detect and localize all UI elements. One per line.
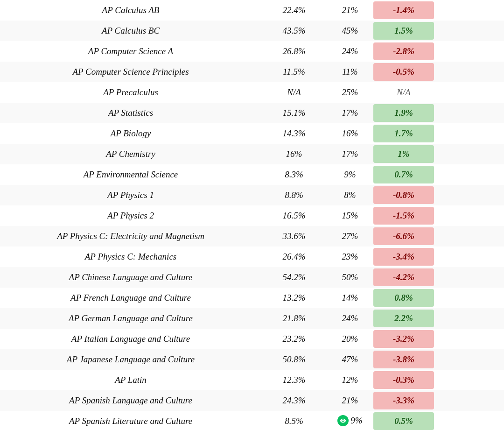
value-1: 26.4% [261,252,327,262]
table-row: AP PrecalculusN/A25%N/A [0,82,504,103]
value-2: 8% [327,190,373,200]
diff-value: -3.4% [373,248,434,266]
value-2: 25% [327,87,373,98]
table-row: AP Spanish Literature and Culture8.5% 9%… [0,411,504,430]
value-1: 16% [261,149,327,159]
value-1: 43.5% [261,26,327,36]
diff-value: 1.5% [373,22,434,40]
table-row: AP Calculus BC43.5%45%1.5% [0,21,504,41]
value-2: 15% [327,211,373,221]
table-row: AP Physics C: Electricity and Magnetism3… [0,226,504,247]
value-2: 47% [327,354,373,365]
table-row: AP Italian Language and Culture23.2%20%-… [0,329,504,349]
table-row: AP French Language and Culture13.2%14%0.… [0,288,504,308]
diff-value: -1.5% [373,207,434,225]
table-row: AP Latin12.3%12%-0.3% [0,370,504,390]
wechat-badge-icon [337,415,349,426]
value-2: 21% [327,5,373,15]
diff-value: -3.8% [373,351,434,368]
value-2: 21% [327,395,373,406]
value-1: 15.1% [261,108,327,118]
value-2: 17% [327,149,373,159]
value-1: 16.5% [261,211,327,221]
table-row: AP Biology14.3%16%1.7% [0,123,504,144]
diff-value: 0.8% [373,289,434,307]
course-name: AP Spanish Literature and Culture [0,412,261,430]
table-row: AP Computer Science A26.8%24%-2.8% [0,41,504,62]
course-name: AP French Language and Culture [0,289,261,307]
table-row: AP Environmental Science8.3%9%0.7% [0,164,504,185]
value-2: 11% [327,67,373,77]
course-name: AP Precalculus [0,84,261,101]
value-1: N/A [261,87,327,98]
value-2: 12% [327,375,373,385]
diff-value: 2.2% [373,310,434,327]
table-row: AP Chinese Language and Culture54.2%50%-… [0,267,504,288]
diff-value: 1% [373,145,434,163]
course-name: AP Calculus AB [0,1,261,19]
diff-value: -0.5% [373,63,434,81]
course-name: AP Italian Language and Culture [0,330,261,348]
value-2: 45% [327,26,373,36]
value-1: 21.8% [261,313,327,324]
table-row: AP Physics C: Mechanics26.4%23%-3.4% [0,247,504,267]
value-1: 50.8% [261,354,327,365]
table-row: AP Physics 216.5%15%-1.5% [0,205,504,226]
course-name: AP Spanish Language and Culture [0,392,261,409]
value-1: 54.2% [261,272,327,282]
value-1: 26.8% [261,46,327,56]
value-2: 9% [327,169,373,180]
value-1: 8.8% [261,190,327,200]
value-1: 24.3% [261,395,327,406]
value-2: 23% [327,252,373,262]
diff-value: 0.5% [373,412,434,430]
course-name: AP Chinese Language and Culture [0,268,261,286]
table-row: AP Spanish Language and Culture24.3%21%-… [0,390,504,411]
diff-value: -3.3% [373,392,434,409]
diff-value: 1.7% [373,125,434,142]
course-name: AP Statistics [0,104,261,122]
table-row: AP German Language and Culture21.8%24%2.… [0,308,504,329]
diff-value: -1.4% [373,1,434,19]
value-1: 12.3% [261,375,327,385]
course-name: AP Physics C: Electricity and Magnetism [0,227,261,245]
value-2: 20% [327,334,373,344]
value-2: 16% [327,128,373,139]
table-row: AP Computer Science Principles11.5%11%-0… [0,62,504,82]
table-row: AP Statistics15.1%17%1.9% [0,103,504,123]
table-row: AP Japanese Language and Culture50.8%47%… [0,349,504,370]
course-name: AP Chemistry [0,145,261,163]
course-name: AP Physics 1 [0,186,261,204]
course-name: AP Computer Science Principles [0,63,261,81]
diff-value: -2.8% [373,42,434,60]
course-name: AP Japanese Language and Culture [0,351,261,368]
diff-value: 0.7% [373,166,434,183]
diff-value: -0.3% [373,371,434,389]
value-1: 14.3% [261,128,327,139]
value-1: 23.2% [261,334,327,344]
value-1: 13.2% [261,293,327,303]
course-name: AP Environmental Science [0,166,261,183]
value-2: 24% [327,46,373,56]
course-name: AP Physics 2 [0,207,261,225]
value-2: 50% [327,272,373,282]
course-name: AP Computer Science A [0,42,261,60]
course-name: AP Physics C: Mechanics [0,248,261,266]
value-2: 9% [327,416,373,427]
data-table: AP Calculus AB22.4%21%-1.4%AP Calculus B… [0,0,504,430]
value-2: 27% [327,231,373,241]
course-name: AP Biology [0,125,261,142]
table-row: AP Chemistry16%17%1% [0,144,504,164]
diff-value: -0.8% [373,186,434,204]
value-2: 17% [327,108,373,118]
diff-value: -6.6% [373,227,434,245]
table-row: AP Physics 18.8%8%-0.8% [0,185,504,205]
value-1: 22.4% [261,5,327,15]
value-1: 8.3% [261,169,327,180]
value-2: 24% [327,313,373,324]
course-name: AP Calculus BC [0,22,261,40]
table-row: AP Calculus AB22.4%21%-1.4% [0,0,504,21]
course-name: AP Latin [0,371,261,389]
diff-value: 1.9% [373,104,434,122]
course-name: AP German Language and Culture [0,310,261,327]
